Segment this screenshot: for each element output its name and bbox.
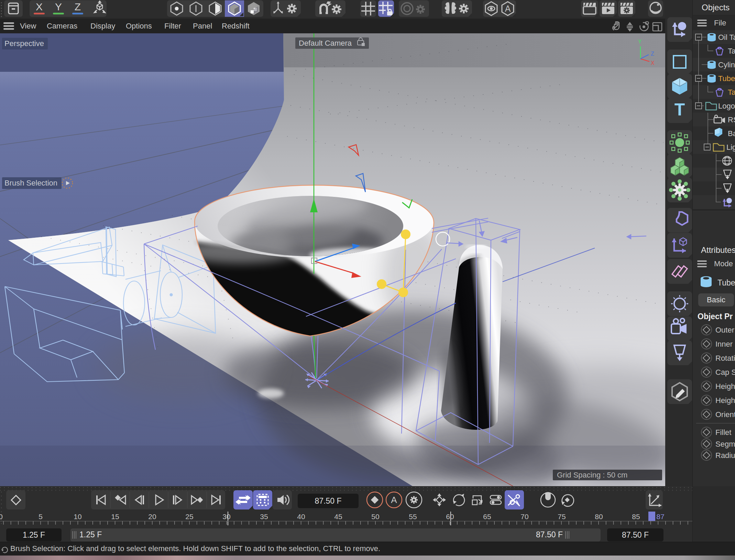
svg-text:Inner F: Inner F xyxy=(715,340,735,348)
svg-text:80: 80 xyxy=(595,513,603,520)
svg-text:Y: Y xyxy=(638,39,642,45)
svg-text:Cylin: Cylin xyxy=(718,60,735,69)
svg-text:Lig: Lig xyxy=(726,143,735,152)
svg-text:Brush Selection: Brush Selection xyxy=(4,179,57,187)
svg-text:75: 75 xyxy=(558,513,566,520)
svg-text:35: 35 xyxy=(260,513,268,520)
svg-text:55: 55 xyxy=(409,513,417,520)
svg-text:Outer: Outer xyxy=(715,326,734,334)
svg-text:Grid Spacing : 50 cm: Grid Spacing : 50 cm xyxy=(557,471,627,479)
svg-text:Logo: Logo xyxy=(718,102,735,110)
svg-text:40: 40 xyxy=(297,513,305,520)
svg-text:Z: Z xyxy=(75,1,81,12)
svg-text:Tube: Tube xyxy=(718,74,735,83)
svg-text:25: 25 xyxy=(185,513,193,520)
svg-text:10: 10 xyxy=(74,513,81,520)
svg-text:Ta: Ta xyxy=(728,47,735,55)
svg-text:15: 15 xyxy=(111,513,119,520)
svg-text:Default Camera: Default Camera xyxy=(299,39,352,47)
svg-text:5: 5 xyxy=(39,513,43,520)
svg-text:Fillet: Fillet xyxy=(715,428,731,437)
svg-text:Rotatio: Rotatio xyxy=(715,354,735,362)
svg-text:Oil Ta: Oil Ta xyxy=(718,33,735,42)
svg-text:30: 30 xyxy=(222,513,230,520)
svg-text:50: 50 xyxy=(371,513,379,520)
svg-text:60: 60 xyxy=(446,513,454,520)
svg-text:Ba: Ba xyxy=(728,129,735,138)
svg-text:70: 70 xyxy=(520,513,528,520)
svg-text:20: 20 xyxy=(148,513,156,520)
svg-text:Height: Height xyxy=(715,382,735,391)
svg-text:X: X xyxy=(651,60,655,66)
svg-text:Orient: Orient xyxy=(715,410,735,419)
svg-text:85: 85 xyxy=(632,513,640,520)
svg-text:45: 45 xyxy=(334,513,342,520)
svg-text:Y: Y xyxy=(55,1,62,12)
svg-text:Segme: Segme xyxy=(715,440,735,448)
svg-text:A: A xyxy=(505,4,511,13)
svg-text:Ta: Ta xyxy=(728,88,735,97)
svg-text:A: A xyxy=(391,495,397,505)
svg-text:T: T xyxy=(674,100,685,119)
svg-text:Height: Height xyxy=(715,396,735,405)
svg-text:65: 65 xyxy=(483,513,491,520)
svg-text:0: 0 xyxy=(0,513,3,520)
svg-text:X: X xyxy=(36,1,43,12)
svg-text:RS: RS xyxy=(728,115,735,124)
svg-text:Z: Z xyxy=(651,51,654,57)
svg-text:Radius: Radius xyxy=(715,451,735,460)
svg-text:Perspective: Perspective xyxy=(4,39,44,48)
svg-text:Cap Se: Cap Se xyxy=(715,368,735,377)
svg-text:87: 87 xyxy=(656,513,664,520)
